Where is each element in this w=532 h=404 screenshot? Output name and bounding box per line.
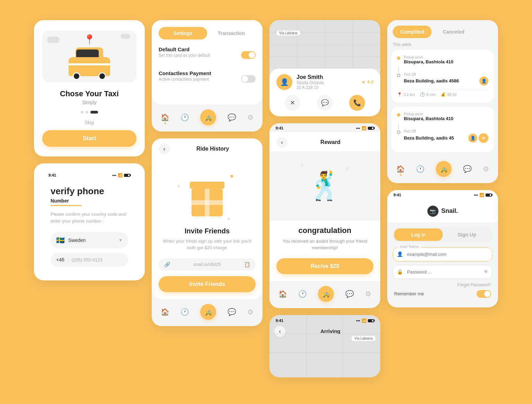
arriving-back-button[interactable]: ‹ xyxy=(274,326,285,337)
default-card-info: Default Card Set this card as your defau… xyxy=(159,46,210,58)
eye-icon[interactable]: 👁 xyxy=(484,269,488,275)
invite-content: Invite Friends When your frinds sign up … xyxy=(152,159,263,299)
dropoff-name-2: Beza Building, aadis 45 xyxy=(404,135,454,141)
battery-arriving xyxy=(368,319,374,322)
tab-transaction[interactable]: Transaction xyxy=(207,27,256,39)
phone-input-row[interactable]: +46 (205) 555-0123 xyxy=(51,253,128,267)
nav-home-invite[interactable]: 🏠 xyxy=(161,308,169,316)
nav-clock-invite[interactable]: 🕐 xyxy=(180,308,189,316)
dot-1[interactable] xyxy=(81,111,83,114)
pickup-point-1: Pickup point Bisupara, Bashtola 410 xyxy=(397,55,488,64)
meta-time-1: 🕐 8 min xyxy=(420,92,436,97)
nav-home-reward[interactable]: 🏠 xyxy=(278,290,287,298)
gift-lid xyxy=(190,182,224,189)
contactless-info: Contactless Payment Active contactless p… xyxy=(159,70,211,82)
phone-number-input[interactable]: (205) 555-0123 xyxy=(72,257,103,262)
invite-title: Invite Friends xyxy=(159,227,256,235)
skip-link[interactable]: Skip xyxy=(42,120,136,125)
trip-route-2: Pickup point Bisupara, Bashtola 410 Pick… xyxy=(397,112,488,143)
driver-map-card: Via Laleana 👤 Joe Smith Skoda Octavia. 2… xyxy=(269,20,380,116)
invite-button[interactable]: Invite Friends xyxy=(159,276,256,292)
nav-settings[interactable]: ⚙ xyxy=(247,113,254,122)
tab-settings[interactable]: Settings xyxy=(159,27,207,39)
time-login: 9:41 xyxy=(393,193,401,197)
reward-title: congratulation xyxy=(269,221,380,238)
price-value-1: $8.92 xyxy=(447,92,457,97)
choose-taxi-card: 📍 Chose Your Taxi Simply Skip Start xyxy=(34,20,145,156)
nav-taxi[interactable]: 🚕 xyxy=(200,109,216,125)
arriving-map-v2 xyxy=(343,315,343,377)
username-input[interactable] xyxy=(393,247,493,261)
message-button[interactable]: 💬 xyxy=(317,95,333,111)
country-selector[interactable]: 🇸🇪 Sweden ▼ xyxy=(51,232,128,249)
receive-button[interactable]: Recive $20 xyxy=(276,258,373,274)
card1-title: Chose Your Taxi xyxy=(42,89,136,98)
nav-taxi-reward[interactable]: 🚕 xyxy=(318,286,334,302)
chevron-down-icon: ▼ xyxy=(118,238,123,243)
reward-header: ‹ Reward xyxy=(269,132,380,151)
nav-taxi-invite[interactable]: 🚕 xyxy=(200,304,216,320)
nav-history[interactable]: 🕐 xyxy=(180,113,189,122)
add-button-2[interactable]: + xyxy=(479,133,488,143)
pickup-info-2: Pickup point Bisupara, Bashtola 410 xyxy=(404,112,453,121)
history-card: Complited Canceled This week Pickup poin… xyxy=(387,20,498,183)
flag-icon: 🇸🇪 xyxy=(56,236,65,244)
remember-toggle[interactable] xyxy=(477,290,491,298)
forget-password-link[interactable]: Forget Password? xyxy=(387,282,498,287)
nav-clock-history[interactable]: 🕐 xyxy=(416,165,425,173)
nav-chat-history[interactable]: 💬 xyxy=(463,165,472,173)
invite-header: ‹ Ride History xyxy=(152,138,263,159)
wifi-icon: 📶 xyxy=(118,173,123,178)
default-card-toggle[interactable] xyxy=(241,51,256,59)
nav-home[interactable]: 🏠 xyxy=(161,113,169,122)
status-bar-reward: 9:41 ▪▪▪ 📶 xyxy=(269,123,380,132)
nav-settings-invite[interactable]: ⚙ xyxy=(247,308,254,316)
location-pin-icon: 📍 xyxy=(83,34,96,45)
dropoff-row-2: Beza Building, aadis 45 👤 + xyxy=(404,133,488,143)
status-bar-login: 9:41 ▪▪▪ 📶 xyxy=(387,190,498,199)
driver-rating-group: ★ 4.3 xyxy=(361,79,373,85)
tab-login[interactable]: Log in xyxy=(394,228,443,241)
nav-clock-reward[interactable]: 🕐 xyxy=(298,290,307,298)
close-button[interactable]: ✕ xyxy=(285,95,301,111)
tab-signup[interactable]: Sign Up xyxy=(443,228,491,241)
price-icon: 💰 xyxy=(441,92,446,97)
tab-canceled[interactable]: Canceled xyxy=(435,26,472,38)
copy-icon[interactable]: 📋 xyxy=(244,262,250,267)
dot-2[interactable] xyxy=(86,111,88,114)
tab-completed[interactable]: Complited xyxy=(393,26,432,38)
link-icon: 🔗 xyxy=(164,262,170,267)
start-button[interactable]: Start xyxy=(42,130,136,147)
arriving-map-h1 xyxy=(269,334,380,334)
contactless-setting: Contactless Payment Active contactless p… xyxy=(159,70,256,88)
map-grid-v3 xyxy=(353,20,353,69)
driver-plate2: 22 A 228 10 xyxy=(296,85,325,90)
contactless-toggle[interactable] xyxy=(241,75,256,83)
gift-ribbon-h xyxy=(192,200,223,205)
nav-chat-invite[interactable]: 💬 xyxy=(228,308,236,316)
status-icons-login: ▪▪▪ 📶 xyxy=(474,193,492,197)
nav-home-history[interactable]: 🏠 xyxy=(396,165,405,173)
reward-back-button[interactable]: ‹ xyxy=(276,137,287,148)
call-button[interactable]: 📞 xyxy=(349,95,365,111)
back-button[interactable]: ‹ xyxy=(159,143,170,154)
toggle-knob-2 xyxy=(242,76,248,82)
remember-knob xyxy=(484,291,490,297)
driver-avatar: 👤 xyxy=(276,74,292,90)
nav-chat-reward[interactable]: 💬 xyxy=(345,290,354,298)
contactless-label: Contactless Payment xyxy=(159,70,211,76)
bottom-nav-invite: 🏠 🕐 🚕 💬 ⚙ xyxy=(152,299,263,326)
taxi-illustration: 📍 xyxy=(42,30,136,82)
time-reward: 9:41 xyxy=(276,126,283,130)
history-tabs: Complited Canceled xyxy=(387,20,498,38)
pickup-dot-1 xyxy=(397,56,400,60)
nav-chat[interactable]: 💬 xyxy=(228,113,236,122)
driver-actions: ✕ 💬 📞 xyxy=(276,95,373,111)
time-arriving: 9:41 xyxy=(276,318,283,323)
dot-3[interactable] xyxy=(90,111,98,114)
nav-taxi-history[interactable]: 🚕 xyxy=(436,161,452,177)
password-input[interactable] xyxy=(393,265,493,279)
nav-settings-reward[interactable]: ⚙ xyxy=(365,290,371,298)
username-group: User Name 👤 xyxy=(393,247,493,261)
nav-settings-history[interactable]: ⚙ xyxy=(483,165,489,173)
